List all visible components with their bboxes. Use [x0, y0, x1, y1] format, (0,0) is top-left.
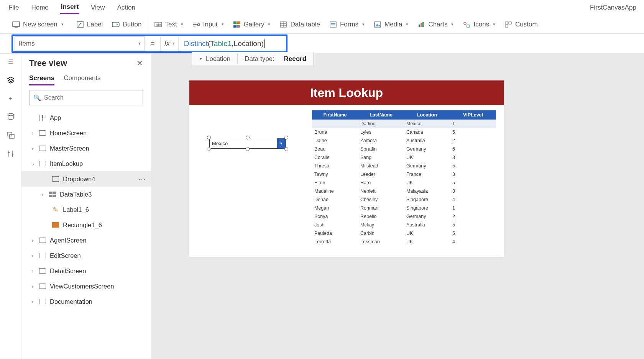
resize-handle[interactable] [207, 136, 211, 139]
label-button[interactable]: Label [72, 15, 108, 34]
expand-icon[interactable]: › [30, 130, 35, 136]
resize-handle[interactable] [284, 147, 288, 151]
label-icon [76, 21, 84, 28]
menu-view[interactable]: View [90, 2, 106, 14]
table-cell: Malayasia [404, 187, 450, 195]
table-cell: 5 [450, 145, 496, 153]
forms-button[interactable]: Forms ▾ [325, 15, 369, 34]
search-box[interactable]: 🔍 [29, 90, 143, 105]
screen-icon [39, 130, 46, 136]
tree-item-dropdown4[interactable]: Dropdown4··· [21, 171, 151, 187]
expand-icon[interactable]: › [40, 192, 45, 197]
tree-item-documentation[interactable]: ›Documentation [21, 294, 151, 309]
tree-item-itemlookup[interactable]: ⌄ItemLookup [21, 156, 151, 171]
media-button[interactable]: Media ▾ [369, 15, 413, 34]
insert-pane-icon[interactable]: ＋ [7, 94, 15, 103]
tab-screens[interactable]: Screens [29, 74, 54, 85]
table-row[interactable]: ThresaMilsteadGermany5 [312, 162, 496, 170]
fx-button[interactable]: fx▾ [160, 36, 179, 51]
control-datatable3[interactable]: FirstName LastName Location VIPLevel Dar… [312, 110, 496, 246]
svg-rect-21 [331, 25, 335, 25]
collapse-icon[interactable]: ⌄ [30, 161, 35, 167]
col-lastname[interactable]: LastName [358, 110, 404, 120]
tree-item-rectangle[interactable]: Rectangle1_6 [21, 217, 151, 233]
chevron-down-icon[interactable]: ▾ [277, 138, 286, 148]
col-firstname[interactable]: FirstName [312, 110, 358, 120]
table-row[interactable]: JoshMckayAustralia5 [312, 221, 496, 229]
tree-view-title: Tree view [29, 58, 67, 68]
more-icon[interactable]: ··· [138, 175, 146, 183]
svg-point-27 [464, 22, 466, 25]
tree-item-homescreen[interactable]: ›HomeScreen [21, 125, 151, 141]
search-input[interactable] [44, 94, 139, 101]
media-pane-icon[interactable] [7, 131, 15, 139]
canvas-area[interactable]: Item Lookup Mexico ▾ FirstName LastName [151, 54, 644, 359]
table-row[interactable]: BrunaLylesCanada5 [312, 128, 496, 136]
menu-action[interactable]: Action [117, 2, 136, 14]
hamburger-icon[interactable]: ☰ [7, 57, 15, 66]
table-row[interactable]: LorrettaLessmanUK4 [312, 238, 496, 246]
advanced-tools-icon[interactable] [7, 149, 15, 158]
expand-icon[interactable]: › [30, 299, 35, 305]
table-row[interactable]: DaineZamoraAustralia2 [312, 136, 496, 145]
tree-item-viewcustomers[interactable]: ›ViewCustomersScreen [21, 279, 151, 294]
tree-view-icon[interactable] [7, 76, 15, 84]
text-button[interactable]: abc Text ▾ [150, 15, 188, 34]
resize-handle[interactable] [207, 147, 211, 151]
resize-handle[interactable] [284, 136, 288, 139]
control-dropdown4[interactable]: Mexico ▾ [209, 138, 286, 149]
table-cell: 4 [450, 195, 496, 204]
custom-button[interactable]: Custom [500, 15, 542, 34]
tab-components[interactable]: Components [64, 74, 100, 85]
tree-item-detailscreen[interactable]: ›DetailScreen [21, 263, 151, 279]
icons-button[interactable]: Icons ▾ [458, 15, 500, 34]
formula-token-table: Table1 [210, 39, 232, 48]
menu-file[interactable]: File [8, 2, 20, 14]
new-screen-button[interactable]: New screen ▾ [8, 15, 68, 34]
table-cell: Lorretta [312, 238, 358, 246]
table-row[interactable]: EltonHaroUK5 [312, 179, 496, 187]
close-icon[interactable]: ✕ [136, 59, 143, 68]
menu-home[interactable]: Home [30, 2, 49, 14]
table-row[interactable]: BeauSpratlinGermany5 [312, 145, 496, 153]
table-row[interactable]: SonyaRebelloGermany2 [312, 212, 496, 221]
chevron-down-icon: ▾ [406, 22, 408, 27]
input-button[interactable]: Input ▾ [188, 15, 228, 34]
table-row[interactable]: PaulettaCarbinUK5 [312, 229, 496, 238]
gallery-button[interactable]: Gallery ▾ [228, 15, 275, 34]
tree-item-editscreen[interactable]: ›EditScreen [21, 248, 151, 263]
tree-item-masterscreen[interactable]: ›MasterScreen [21, 141, 151, 156]
expand-icon[interactable]: › [30, 238, 35, 243]
tree-item-app[interactable]: App [21, 110, 151, 125]
col-location[interactable]: Location [404, 110, 450, 120]
table-cell: Bruna [312, 128, 358, 136]
expand-icon[interactable]: › [30, 146, 35, 151]
data-table-button[interactable]: Data table [275, 15, 325, 34]
table-row[interactable]: MadalineNeblettMalayasia3 [312, 187, 496, 195]
equals-sign: = [145, 39, 160, 48]
formula-input[interactable]: Distinct(Table1, Location) [179, 36, 286, 51]
tree-item-label[interactable]: ✎Label1_6 [21, 202, 151, 217]
table-row[interactable]: MeganRohmanSingapore1 [312, 204, 496, 212]
screen-icon [39, 299, 46, 304]
menu-insert[interactable]: Insert [60, 1, 79, 14]
expand-icon[interactable]: › [30, 253, 35, 259]
table-row[interactable]: TawnyLeederFrance3 [312, 170, 496, 179]
result-column-cell[interactable]: ▾Location [192, 54, 238, 64]
expand-icon[interactable]: › [30, 268, 35, 274]
charts-button[interactable]: Charts ▾ [413, 15, 458, 34]
chevron-down-icon: ▾ [172, 41, 174, 46]
tree-item-datatable3[interactable]: ›DataTable3 [21, 187, 151, 202]
property-selector[interactable]: Items ▾ [15, 36, 145, 51]
table-row[interactable]: DenaeChesleySingapore4 [312, 195, 496, 204]
table-row[interactable]: DarlingMexico1 [312, 120, 496, 128]
col-viplevel[interactable]: VIPLevel [450, 110, 496, 120]
resize-handle[interactable] [246, 147, 250, 151]
tree-item-agentscreen[interactable]: ›AgentScreen [21, 233, 151, 248]
data-pane-icon[interactable] [7, 113, 15, 121]
resize-handle[interactable] [246, 136, 250, 139]
expand-icon[interactable]: › [30, 284, 35, 289]
button-button[interactable]: Button [107, 15, 146, 34]
table-row[interactable]: CoralieSangUK3 [312, 153, 496, 162]
screen-itemlookup[interactable]: Item Lookup Mexico ▾ FirstName LastName [189, 80, 504, 257]
